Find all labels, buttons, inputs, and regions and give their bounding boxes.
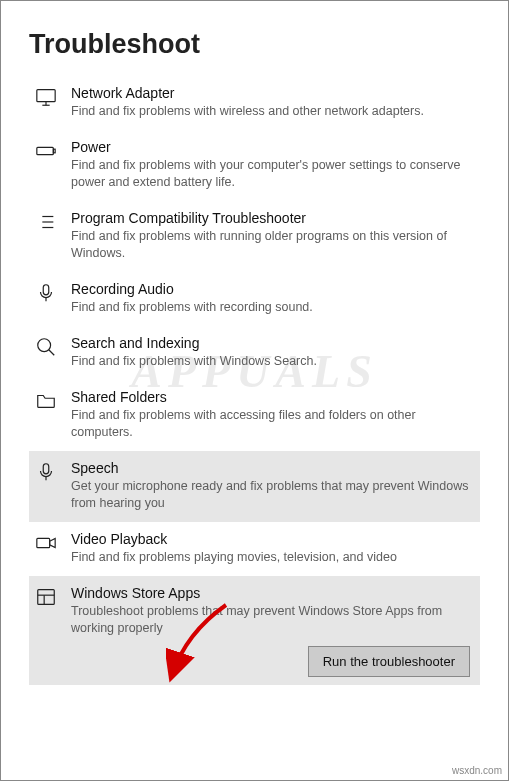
microphone-icon [35, 280, 57, 304]
item-title: Video Playback [71, 530, 474, 548]
item-desc: Find and fix problems playing movies, te… [71, 549, 474, 566]
troubleshooter-program-compatibility[interactable]: Program Compatibility Troubleshooter Fin… [29, 201, 480, 272]
troubleshooter-search-indexing[interactable]: Search and Indexing Find and fix problem… [29, 326, 480, 380]
item-desc: Find and fix problems with your computer… [71, 157, 474, 191]
item-title: Program Compatibility Troubleshooter [71, 209, 474, 227]
svg-rect-3 [37, 147, 54, 154]
svg-rect-4 [53, 149, 55, 153]
list-icon [35, 209, 57, 233]
troubleshooter-video-playback[interactable]: Video Playback Find and fix problems pla… [29, 522, 480, 576]
monitor-icon [35, 84, 57, 108]
item-title: Power [71, 138, 474, 156]
video-icon [35, 530, 57, 554]
item-title: Search and Indexing [71, 334, 474, 352]
item-desc: Get your microphone ready and fix proble… [71, 478, 474, 512]
svg-point-13 [38, 339, 51, 352]
item-desc: Find and fix problems with Windows Searc… [71, 353, 474, 370]
item-title: Recording Audio [71, 280, 474, 298]
svg-line-14 [49, 350, 55, 356]
svg-rect-0 [37, 90, 55, 102]
troubleshooter-network-adapter[interactable]: Network Adapter Find and fix problems wi… [29, 76, 480, 130]
apps-icon [35, 584, 57, 608]
microphone-icon [35, 459, 57, 483]
search-icon [35, 334, 57, 358]
troubleshooter-windows-store-apps[interactable]: Windows Store Apps Troubleshoot problems… [29, 576, 480, 685]
item-desc: Troubleshoot problems that may prevent W… [71, 603, 474, 637]
troubleshooter-recording-audio[interactable]: Recording Audio Find and fix problems wi… [29, 272, 480, 326]
footer-label: wsxdn.com [452, 765, 502, 776]
svg-rect-15 [43, 464, 49, 474]
item-desc: Find and fix problems with wireless and … [71, 103, 474, 120]
svg-rect-11 [43, 285, 49, 295]
item-desc: Find and fix problems with accessing fil… [71, 407, 474, 441]
run-troubleshooter-button[interactable]: Run the troubleshooter [308, 646, 470, 677]
svg-rect-18 [38, 590, 55, 605]
battery-icon [35, 138, 57, 162]
item-title: Shared Folders [71, 388, 474, 406]
troubleshooter-shared-folders[interactable]: Shared Folders Find and fix problems wit… [29, 380, 480, 451]
svg-rect-17 [37, 538, 50, 547]
item-desc: Find and fix problems with running older… [71, 228, 474, 262]
item-title: Windows Store Apps [71, 584, 474, 602]
item-title: Network Adapter [71, 84, 474, 102]
troubleshooter-power[interactable]: Power Find and fix problems with your co… [29, 130, 480, 201]
troubleshooter-speech[interactable]: Speech Get your microphone ready and fix… [29, 451, 480, 522]
item-title: Speech [71, 459, 474, 477]
folder-icon [35, 388, 57, 412]
page-title: Troubleshoot [29, 29, 480, 60]
item-desc: Find and fix problems with recording sou… [71, 299, 474, 316]
